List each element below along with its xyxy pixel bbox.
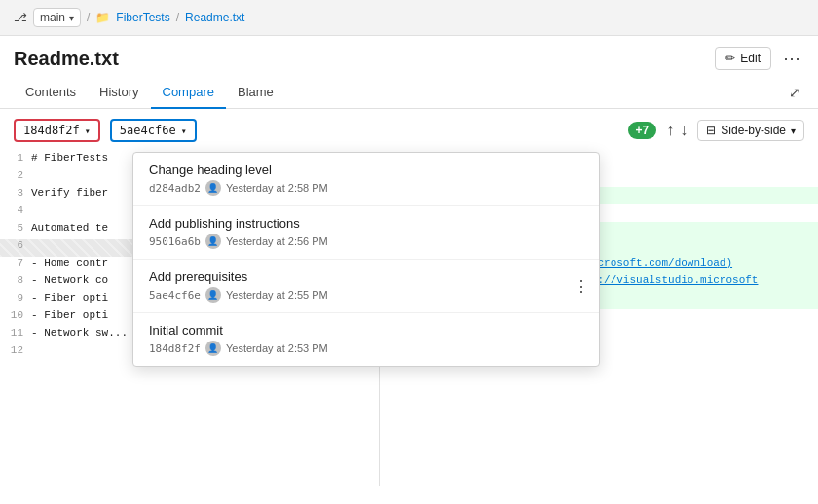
header-actions: ✏ Edit ⋯	[715, 46, 804, 71]
content-area: 1 # FiberTests 2 3 Verify fiber 4 5 Auto…	[0, 152, 818, 486]
page-title: Readme.txt	[14, 48, 119, 70]
dropdown-item-title-3: Initial commit	[149, 323, 583, 338]
dropdown-item-3[interactable]: Initial commit 184d8f2f 👤 Yesterday at 2…	[133, 312, 599, 366]
commit-hash-1: 95016a6b	[149, 235, 201, 248]
commit-dropdown: Change heading level d284adb2 👤 Yesterda…	[132, 152, 600, 367]
view-mode-icon: ⊟	[706, 124, 716, 137]
tab-contents[interactable]: Contents	[14, 77, 88, 109]
view-mode-chevron	[791, 124, 796, 137]
compare-controls: 184d8f2f 5ae4cf6e +7 ↑ ↓ ⊟ Side-by-side	[0, 109, 818, 152]
view-mode-label: Side-by-side	[721, 124, 786, 137]
commit-time-0: Yesterday at 2:58 PM	[226, 182, 328, 194]
next-change-button[interactable]: ↓	[680, 122, 688, 139]
sep2: /	[176, 11, 179, 24]
prev-change-button[interactable]: ↑	[666, 122, 674, 139]
tab-compare[interactable]: Compare	[151, 77, 226, 109]
to-commit-hash: 5ae4cf6e	[120, 124, 176, 137]
file-link[interactable]: Readme.txt	[185, 11, 244, 24]
dropdown-item-title-1: Add publishing instructions	[149, 216, 583, 231]
dropdown-item-title-2: Add prerequisites	[149, 270, 583, 284]
item-more-button-2[interactable]: ⋮	[574, 277, 589, 296]
breadcrumb: ⎇ main / 📁 FiberTests / Readme.txt	[0, 0, 818, 36]
commit-hash-0: d284adb2	[149, 182, 201, 195]
commit-time-2: Yesterday at 2:55 PM	[226, 289, 328, 301]
edit-label: Edit	[740, 52, 761, 65]
pencil-icon: ✏	[725, 52, 735, 65]
from-commit-hash: 184d8f2f	[23, 124, 80, 137]
to-commit-chevron	[181, 124, 187, 137]
expand-icon[interactable]: ⤢	[785, 81, 804, 104]
commit-time-3: Yesterday at 2:53 PM	[226, 342, 328, 354]
branch-selector[interactable]: main	[33, 8, 81, 27]
avatar-0: 👤	[205, 180, 221, 196]
dropdown-item-2[interactable]: Add prerequisites 5ae4cf6e 👤 Yesterday a…	[133, 259, 599, 312]
folder-icon: 📁	[95, 11, 110, 24]
from-commit-selector[interactable]: 184d8f2f	[14, 119, 100, 142]
from-commit-chevron	[85, 124, 91, 137]
to-commit-selector[interactable]: 5ae4cf6e	[110, 119, 197, 142]
dropdown-item-1[interactable]: Add publishing instructions 95016a6b 👤 Y…	[133, 205, 599, 259]
dropdown-item-title-0: Change heading level	[149, 162, 583, 177]
view-mode-selector[interactable]: ⊟ Side-by-side	[697, 120, 804, 141]
avatar-1: 👤	[205, 234, 221, 249]
dropdown-item-meta-1: 95016a6b 👤 Yesterday at 2:56 PM	[149, 234, 583, 249]
nav-arrows: ↑ ↓	[666, 122, 688, 139]
tabs-bar: Contents History Compare Blame ⤢	[0, 77, 818, 109]
dropdown-item-meta-2: 5ae4cf6e 👤 Yesterday at 2:55 PM	[149, 287, 583, 303]
branch-label: main	[40, 11, 65, 24]
edit-button[interactable]: ✏ Edit	[715, 47, 771, 70]
avatar-3: 👤	[205, 341, 221, 356]
branch-icon: ⎇	[14, 11, 27, 24]
repo-link[interactable]: FiberTests	[116, 11, 169, 24]
dropdown-item-meta-0: d284adb2 👤 Yesterday at 2:58 PM	[149, 180, 583, 196]
more-button[interactable]: ⋯	[779, 46, 804, 71]
diff-count: +7	[628, 122, 657, 139]
commit-time-1: Yesterday at 2:56 PM	[226, 235, 328, 247]
page-header: Readme.txt ✏ Edit ⋯	[0, 36, 818, 77]
dropdown-item-meta-3: 184d8f2f 👤 Yesterday at 2:53 PM	[149, 341, 583, 356]
sep1: /	[87, 11, 90, 24]
tab-blame[interactable]: Blame	[226, 77, 285, 109]
commit-hash-3: 184d8f2f	[149, 342, 201, 355]
branch-chevron	[69, 11, 74, 24]
dropdown-item-0[interactable]: Change heading level d284adb2 👤 Yesterda…	[133, 153, 599, 205]
tab-history[interactable]: History	[88, 77, 150, 109]
commit-hash-2: 5ae4cf6e	[149, 289, 201, 302]
avatar-2: 👤	[205, 287, 221, 303]
